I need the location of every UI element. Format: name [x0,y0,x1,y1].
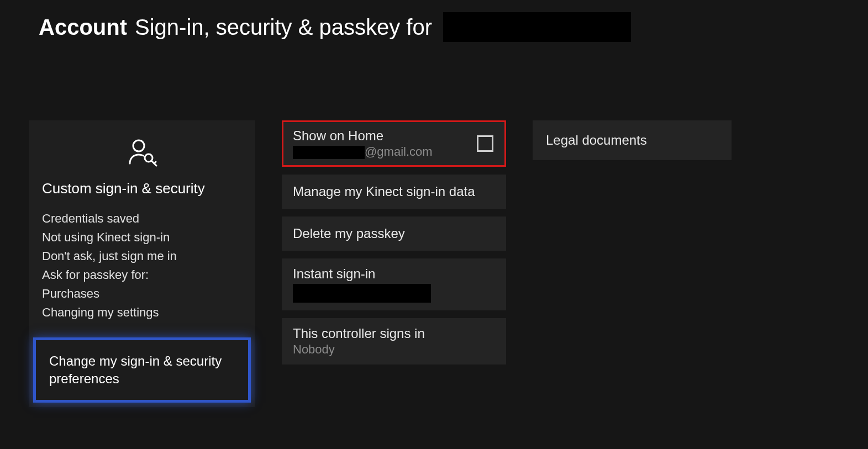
panel-heading: Custom sign-in & security [42,180,242,197]
instant-signin-title: Instant sign-in [293,266,495,282]
right-column: Legal documents [533,120,732,160]
controller-signin-value: Nobody [293,342,495,357]
delete-passkey-label: Delete my passkey [293,226,495,241]
change-signin-security-button[interactable]: Change my sign-in & security preferences [33,337,251,403]
manage-kinect-label: Manage my Kinect sign-in data [293,184,495,199]
signin-security-summary-panel: Custom sign-in & security Credentials sa… [29,120,255,407]
instant-signin-value-redacted [293,284,431,303]
email-suffix: @gmail.com [365,145,433,159]
instant-signin-option[interactable]: Instant sign-in [282,258,506,310]
status-line: Don't ask, just sign me in [42,247,242,266]
controller-signin-option[interactable]: This controller signs in Nobody [282,318,506,365]
show-on-home-email: @gmail.com [293,145,495,159]
show-on-home-title: Show on Home [293,128,495,144]
options-list: Show on Home @gmail.com Manage my Kinect… [282,120,506,365]
status-line: Changing my settings [42,303,242,322]
person-key-icon [42,137,242,170]
status-line: Credentials saved [42,209,242,228]
header-title-light: Sign-in, security & passkey for [135,15,432,40]
show-on-home-checkbox[interactable] [477,135,493,152]
header-username-redacted [443,12,631,42]
manage-kinect-option[interactable]: Manage my Kinect sign-in data [282,175,506,209]
svg-point-0 [133,140,144,151]
controller-signin-title: This controller signs in [293,326,495,341]
delete-passkey-option[interactable]: Delete my passkey [282,216,506,251]
page-header: Account Sign-in, security & passkey for [39,12,631,42]
status-line: Not using Kinect sign-in [42,228,242,247]
legal-documents-option[interactable]: Legal documents [533,120,732,160]
header-title-bold: Account [39,15,127,40]
email-prefix-redacted [293,146,365,159]
content-columns: Custom sign-in & security Credentials sa… [29,120,732,407]
show-on-home-option[interactable]: Show on Home @gmail.com [282,120,506,167]
status-line: Purchases [42,284,242,303]
status-line: Ask for passkey for: [42,266,242,284]
status-lines: Credentials saved Not using Kinect sign-… [42,209,242,322]
